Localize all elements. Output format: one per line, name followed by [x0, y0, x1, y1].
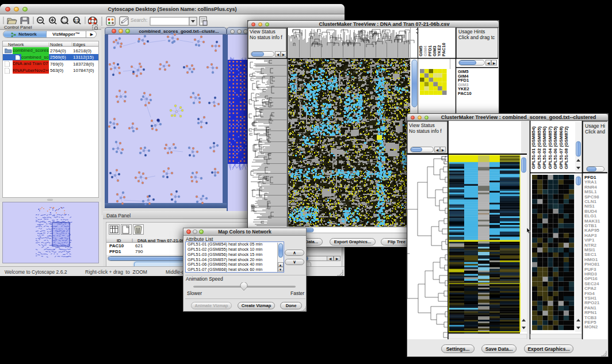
svg-text:Usage Hi: Usage Hi [585, 123, 605, 129]
svg-text:Click and: Click and [585, 129, 605, 135]
svg-text:GPL51-07 (GSM868): GPL51-07 (GSM868) [559, 126, 564, 169]
svg-text:GPL51-03 (GSM856): GPL51-03 (GSM856) [542, 126, 547, 169]
svg-text:MON2: MON2 [584, 324, 598, 329]
svg-text:View Status: View Status [409, 122, 435, 128]
svg-text:GPL51-06 (GSM865): GPL51-06 (GSM865) [553, 126, 558, 169]
svg-text:No status info f: No status info f [409, 128, 442, 134]
svg-text:GPL51-01 (GSM854): GPL51-01 (GSM854) [531, 126, 536, 169]
svg-text:GPL51-08 (GSM872): GPL51-08 (GSM872) [564, 126, 569, 169]
svg-text:PAC10: PAC10 [441, 43, 446, 56]
svg-text:PAC10: PAC10 [458, 91, 472, 96]
svg-text:1:1: 1:1 [74, 18, 79, 22]
svg-text:View Status: View Status [250, 29, 276, 35]
svg-text:No status info f: No status info f [250, 35, 282, 40]
svg-text:GPL51-04 (GSM857): GPL51-04 (GSM857) [548, 126, 553, 169]
svg-text:GPL51-02 (GSM855): GPL51-02 (GSM855) [537, 126, 542, 169]
svg-text:Click and drag tc: Click and drag tc [458, 35, 495, 40]
svg-text:Search:: Search: [131, 17, 147, 23]
svg-text:Usage Hints: Usage Hints [458, 29, 485, 35]
